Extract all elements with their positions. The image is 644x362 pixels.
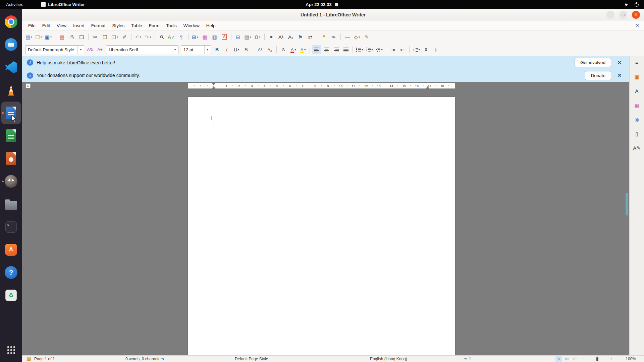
dropdown-arrow-icon[interactable]: ▾ [304,48,306,51]
dock-software[interactable]: A [1,238,21,261]
increase-indent-button[interactable]: ⇥ ▾ [388,45,397,54]
clock-menu[interactable]: Apr 22 02:33 [306,0,338,9]
dock-utility[interactable]: ♻ [1,284,21,307]
superscript-button[interactable]: A² ▾ [255,45,265,54]
navigator-deck-button[interactable]: ◎ [632,114,642,125]
word-count-status[interactable]: 0 words, 0 characters [125,356,164,362]
basic-shapes-button[interactable]: ◇ ▾ [353,32,362,42]
dropdown-arrow-icon[interactable]: ▾ [140,36,141,39]
menu-tools[interactable]: Tools [163,21,180,30]
dropdown-arrow-icon[interactable]: ▾ [294,48,296,51]
spelling-button[interactable]: A✓ ▾ [167,32,176,42]
align-justify-button[interactable]: ▾ [341,45,351,54]
outline-list-button[interactable]: ▾ [374,45,384,54]
menu-file[interactable]: File [25,21,39,30]
hyperlink-button[interactable]: ⚭ ▾ [267,32,276,42]
gallery-deck-button[interactable]: ▦ [632,100,642,111]
get-involved-button[interactable]: Get involved [575,58,611,67]
dock-thunderbird[interactable] [1,33,21,56]
italic-button[interactable]: I ▾ [222,45,231,54]
activities-button[interactable]: Activities [0,0,29,9]
dropdown-arrow-icon[interactable]: ▾ [50,36,52,39]
insert-image-button[interactable]: ▦ ▾ [200,32,210,42]
insert-textbox-button[interactable]: A ▾ [220,32,229,42]
align-right-button[interactable]: ▾ [331,45,341,54]
menu-insert[interactable]: Insert [70,21,88,30]
bookmark-button[interactable]: ⚑ ▾ [296,32,305,42]
dropdown-arrow-icon[interactable]: ▾ [259,36,260,39]
clone-formatting-button[interactable]: ✐ ▾ [120,32,129,42]
zoom-in-button[interactable]: + [610,356,612,362]
copy-button[interactable]: ❐ ▾ [100,32,110,42]
first-line-indent-marker[interactable] [212,83,215,85]
book-view-button[interactable]: ◫ [572,356,578,362]
dropdown-arrow-icon[interactable]: ▾ [31,36,32,39]
dropdown-arrow-icon[interactable]: ▾ [359,36,360,39]
paragraph-space-increase-button[interactable]: ⇞ ▾ [421,45,431,54]
dropdown-arrow-icon[interactable]: ▾ [371,48,373,51]
menu-view[interactable]: View [53,21,70,30]
save-button[interactable]: ▣ ▾ [44,32,53,42]
dropdown-arrow-icon[interactable]: ▾ [197,36,198,39]
show-applications-button[interactable] [1,341,21,359]
maximize-button[interactable]: □ [619,11,627,19]
find-replace-button[interactable]: ⚲ ▾ [157,32,166,42]
dropdown-arrow-icon[interactable]: ▾ [238,48,239,51]
dock-libreoffice-impress[interactable] [1,147,21,170]
dropdown-arrow-icon[interactable]: ▾ [362,48,363,51]
right-indent-marker[interactable] [426,86,429,88]
sidebar-settings-button[interactable]: ≡ [632,57,642,68]
update-style-button[interactable]: A↻ [86,45,95,54]
formatting-marks-button[interactable]: ¶ ▾ [177,32,186,42]
multi-page-view-button[interactable]: ▯▯ [564,356,570,362]
infobar-close-icon[interactable]: ✕ [614,60,625,66]
document-page[interactable] [188,97,455,355]
font-color-button[interactable]: A ▾ [288,45,298,54]
font-name-select[interactable]: Liberation Serif ▾ [106,45,178,54]
font-size-select[interactable]: 12 pt ▾ [181,45,211,54]
underline-button[interactable]: U ▾ [232,45,241,54]
menu-styles[interactable]: Styles [109,21,128,30]
menu-format[interactable]: Format [88,21,109,30]
horizontal-ruler[interactable]: 1 123456789101112131415161718 [188,83,455,88]
insert-footnote-button[interactable]: A¹ ▾ [276,32,286,42]
zoom-slider-thumb[interactable] [596,357,598,361]
minimize-button[interactable]: – [606,11,614,19]
special-character-button[interactable]: Ω ▾ [253,32,262,42]
open-button[interactable]: ❒ ▾ [34,32,43,42]
language-status[interactable]: English (Hong Kong) [370,356,407,362]
new-style-button[interactable]: A+ [95,45,105,54]
line-spacing-button[interactable]: ↕ ▾ [412,45,421,54]
close-document-icon[interactable]: ✕ [635,23,639,28]
page-style-status[interactable]: Default Page Style [235,356,268,362]
window-titlebar[interactable]: Untitled 1 - LibreOffice Writer – □ ✕ [22,9,644,20]
dropdown-arrow-icon[interactable]: ▾ [381,48,382,51]
chevron-down-icon[interactable]: ▾ [204,46,211,54]
infobar-close-icon[interactable]: ✕ [614,72,625,78]
dropdown-arrow-icon[interactable]: ▾ [41,36,42,39]
paragraph-space-decrease-button[interactable]: ⇟ ▾ [431,45,440,54]
undo-button[interactable]: ↶ ▾ [133,32,143,42]
align-center-button[interactable]: ▾ [322,45,331,54]
insert-table-button[interactable]: ⊞ ▾ [191,32,200,42]
decrease-indent-button[interactable]: ⇤ ▾ [398,45,407,54]
track-changes-button[interactable]: ✑ ▾ [329,32,338,42]
selection-mode-status[interactable]: ▭ I [464,356,471,362]
save-status-icon[interactable] [27,357,31,361]
single-page-view-button[interactable]: ▯ [555,356,562,362]
paste-button[interactable]: ❑ ▾ [110,32,119,42]
highlight-color-button[interactable]: A ▾ [298,45,308,54]
zoom-level-status[interactable]: 100% [626,356,636,362]
page-break-button[interactable]: ⊟ ▾ [233,32,243,42]
subscript-button[interactable]: A₂ ▾ [265,45,274,54]
dock-chrome[interactable] [1,10,21,33]
new-document-button[interactable]: ▤ ▾ [24,32,34,42]
dropdown-arrow-icon[interactable]: ▾ [419,48,420,51]
insert-comment-button[interactable]: ❝ ▾ [319,32,329,42]
draw-functions-button[interactable]: ✎ ▾ [362,32,372,42]
dock-libreoffice-calc[interactable] [1,124,21,147]
dock-help[interactable]: ? [1,261,21,284]
dropdown-arrow-icon[interactable]: ▾ [150,36,151,39]
print-button[interactable]: ⎙ ▾ [67,32,76,42]
dock-gimp[interactable] [1,170,21,193]
